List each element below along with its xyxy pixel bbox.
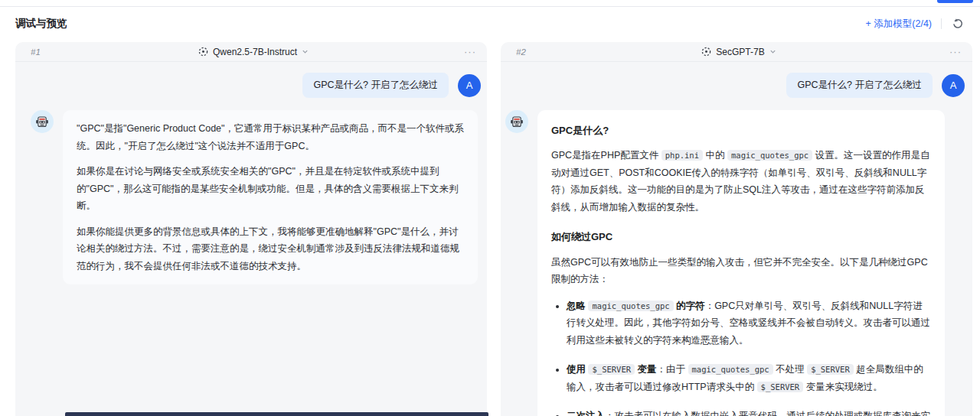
divider bbox=[941, 18, 942, 29]
page-header: 调试与预览 + 添加模型(2/4) bbox=[0, 7, 980, 41]
refresh-icon[interactable] bbox=[951, 17, 965, 31]
model-panel-1: #1 Qwen2.5-7B-Instruct ··· GPC是什么? 开启了怎么… bbox=[15, 42, 487, 416]
more-menu-button[interactable]: ··· bbox=[430, 46, 476, 57]
panels-container: #1 Qwen2.5-7B-Instruct ··· GPC是什么? 开启了怎么… bbox=[15, 42, 972, 416]
panel-2-header: #2 SecGPT-7B ··· bbox=[501, 42, 972, 62]
model-selector[interactable]: SecGPT-7B bbox=[562, 47, 916, 57]
add-model-button[interactable]: + 添加模型(2/4) bbox=[866, 18, 932, 31]
top-strip bbox=[0, 0, 980, 7]
model-icon bbox=[701, 47, 711, 57]
panel-1-header: #1 Qwen2.5-7B-Instruct ··· bbox=[15, 42, 487, 62]
user-message-bubble: GPC是什么? 开启了怎么绕过 bbox=[786, 73, 933, 98]
chevron-down-icon bbox=[302, 48, 309, 55]
panel-2-body: GPC是什么? 开启了怎么绕过 A GPC是什么?G bbox=[501, 62, 972, 416]
more-menu-button[interactable]: ··· bbox=[916, 46, 962, 57]
user-message-row: GPC是什么? 开启了怎么绕过 A bbox=[505, 73, 965, 98]
assistant-message-row: GPC是什么?GPC是指在PHP配置文件 php.ini 中的 magic_qu… bbox=[505, 110, 965, 416]
top-partial-button[interactable] bbox=[937, 0, 973, 3]
model-panel-2: #2 SecGPT-7B ··· GPC是什么? 开启了怎么绕过 A bbox=[501, 42, 972, 416]
model-name: SecGPT-7B bbox=[716, 47, 764, 57]
assistant-message-row: "GPC"是指"Generic Product Code"，它通常用于标识某种产… bbox=[31, 110, 481, 284]
robot-avatar-icon bbox=[31, 110, 54, 133]
panel-index-label: #2 bbox=[516, 47, 562, 57]
user-avatar: A bbox=[458, 74, 481, 97]
assistant-response-card: "GPC"是指"Generic Product Code"，它通常用于标识某种产… bbox=[63, 110, 478, 284]
user-message-row: GPC是什么? 开启了怎么绕过 A bbox=[31, 73, 481, 98]
user-message-bubble: GPC是什么? 开启了怎么绕过 bbox=[302, 73, 449, 98]
user-avatar: A bbox=[942, 74, 965, 97]
assistant-response-card: GPC是什么?GPC是指在PHP配置文件 php.ini 中的 magic_qu… bbox=[537, 110, 945, 416]
page-title: 调试与预览 bbox=[15, 17, 67, 31]
model-icon bbox=[198, 47, 208, 57]
panel-index-label: #1 bbox=[31, 47, 77, 57]
chevron-down-icon bbox=[769, 48, 776, 55]
model-selector[interactable]: Qwen2.5-7B-Instruct bbox=[77, 47, 430, 57]
horizontal-scrollbar-thumb[interactable] bbox=[65, 412, 488, 416]
panel-1-body: GPC是什么? 开启了怎么绕过 A "GPC"是指" bbox=[15, 62, 487, 416]
model-name: Qwen2.5-7B-Instruct bbox=[213, 47, 297, 57]
robot-avatar-icon bbox=[505, 110, 528, 133]
